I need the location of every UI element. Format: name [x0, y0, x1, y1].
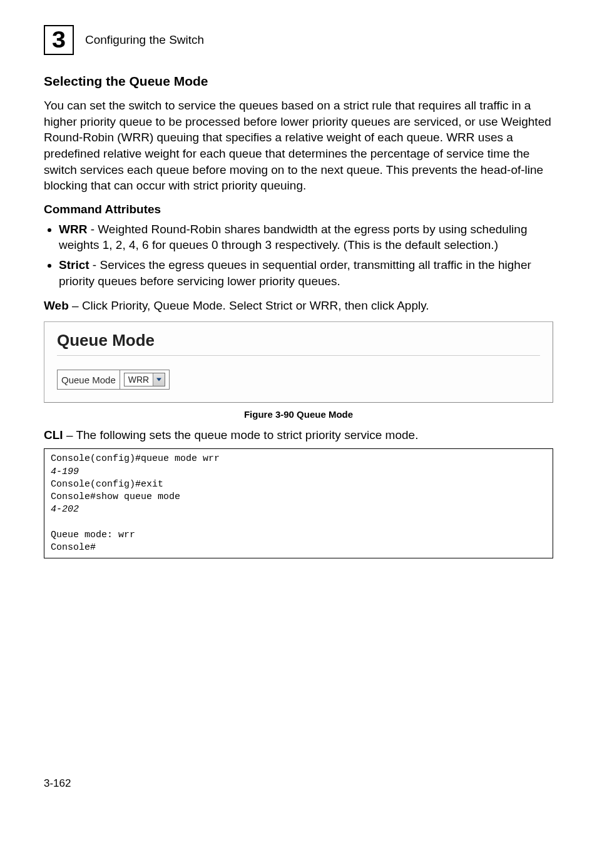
web-instruction: Web – Click Priority, Queue Mode. Select…	[44, 299, 553, 313]
code-line: Console(config)#queue mode wrr	[51, 453, 220, 464]
attr-term: WRR	[59, 223, 87, 236]
attr-term: Strict	[59, 258, 89, 271]
web-text: – Click Priority, Queue Mode. Select Str…	[69, 299, 429, 312]
section-heading: Selecting the Queue Mode	[44, 74, 553, 89]
code-line: Console#	[51, 542, 96, 553]
command-attributes-heading: Command Attributes	[44, 203, 553, 216]
queue-mode-screenshot: Queue Mode Queue Mode WRR	[44, 321, 553, 403]
screenshot-title: Queue Mode	[57, 331, 540, 356]
code-ref: 4-202	[51, 504, 79, 515]
list-item: Strict - Services the egress queues in s…	[59, 257, 553, 289]
list-item: WRR - Weighted Round-Robin shares bandwi…	[59, 221, 553, 253]
chevron-down-icon	[153, 373, 165, 386]
page-number: 3-162	[44, 777, 553, 790]
code-line: Queue mode: wrr	[51, 530, 135, 540]
code-line: Console(config)#exit	[51, 479, 163, 490]
queue-mode-cell: WRR	[120, 370, 169, 390]
chapter-title: Configuring the Switch	[85, 33, 204, 47]
figure-caption: Figure 3-90 Queue Mode	[44, 409, 553, 420]
code-line: Console#show queue mode	[51, 492, 180, 502]
attr-desc: - Services the egress queues in sequenti…	[59, 258, 531, 288]
web-label: Web	[44, 299, 69, 312]
cli-label: CLI	[44, 428, 63, 442]
queue-mode-select[interactable]: WRR	[124, 373, 165, 386]
chapter-number-box: 3	[44, 25, 74, 55]
chapter-header: 3 Configuring the Switch	[44, 25, 553, 55]
queue-mode-table: Queue Mode WRR	[57, 370, 170, 390]
cli-output: Console(config)#queue mode wrr 4-199 Con…	[44, 448, 553, 558]
attr-desc: - Weighted Round-Robin shares bandwidth …	[59, 223, 527, 252]
svg-marker-0	[156, 378, 161, 381]
chapter-number: 3	[52, 27, 66, 53]
code-ref: 4-199	[51, 467, 79, 477]
section-paragraph: You can set the switch to service the qu…	[44, 98, 553, 194]
cli-text: – The following sets the queue mode to s…	[63, 428, 419, 442]
queue-mode-select-value: WRR	[125, 375, 153, 385]
cli-instruction: CLI – The following sets the queue mode …	[44, 428, 553, 442]
command-attributes-list: WRR - Weighted Round-Robin shares bandwi…	[44, 221, 553, 290]
queue-mode-label: Queue Mode	[58, 370, 120, 390]
